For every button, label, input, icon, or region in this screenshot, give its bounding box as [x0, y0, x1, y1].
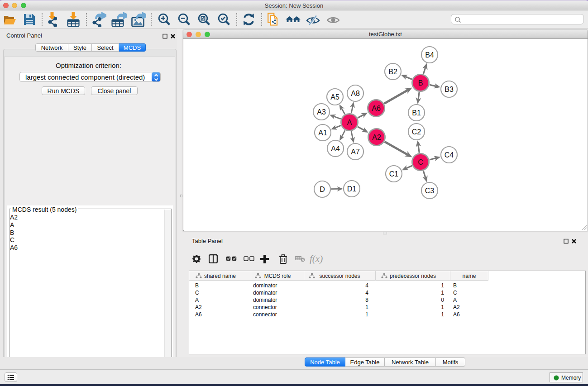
svg-text:B2: B2: [388, 68, 397, 76]
svg-text:A3: A3: [317, 108, 326, 116]
svg-text:C: C: [418, 158, 423, 166]
svg-text:D: D: [320, 186, 325, 193]
svg-text:D1: D1: [347, 185, 357, 193]
svg-text:A8: A8: [351, 90, 360, 97]
svg-text:C4: C4: [445, 151, 454, 159]
svg-text:B1: B1: [412, 109, 421, 117]
svg-text:C1: C1: [389, 170, 399, 178]
svg-text:A6: A6: [372, 105, 381, 112]
svg-text:A4: A4: [331, 145, 340, 152]
svg-text:A7: A7: [351, 148, 360, 156]
svg-text:B: B: [418, 79, 423, 87]
svg-text:C2: C2: [412, 128, 421, 136]
svg-text:B3: B3: [445, 86, 454, 93]
svg-text:A: A: [347, 119, 352, 126]
svg-text:A5: A5: [330, 93, 339, 101]
svg-text:C3: C3: [425, 187, 435, 195]
svg-text:B4: B4: [425, 51, 434, 59]
svg-text:A1: A1: [318, 129, 327, 137]
svg-text:A2: A2: [372, 133, 381, 141]
